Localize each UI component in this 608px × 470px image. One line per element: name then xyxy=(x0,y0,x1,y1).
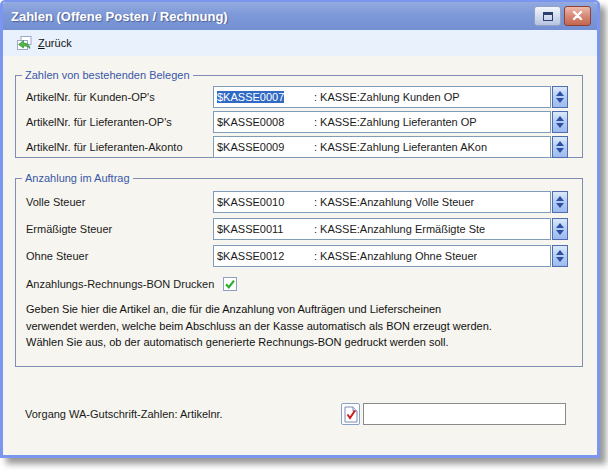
artikelnr-kunden-op-combo[interactable]: $KASSE0007 : KASSE:Zahlung Kunden OP xyxy=(213,86,568,108)
artikelnr-lieferanten-akonto-edit[interactable]: $KASSE0009 : KASSE:Zahlung Lieferanten A… xyxy=(213,136,551,158)
field-description: : KASSE:Zahlung Lieferanten AKon xyxy=(314,141,487,153)
wa-gutschrift-label: Vorgang WA-Gutschrift-Zahlen: Artikelnr. xyxy=(25,408,223,420)
spinner-down-icon[interactable] xyxy=(556,123,564,128)
field-label: Volle Steuer xyxy=(26,196,85,208)
group-title: Zahlen von bestehenden Belegen xyxy=(22,69,193,81)
group-zahlen-von-bestehenden-belegen: Zahlen von bestehenden Belegen ArtikelNr… xyxy=(15,75,583,158)
spinner-control[interactable] xyxy=(552,111,568,133)
help-line: Geben Sie hier die Artikel an, die für d… xyxy=(26,301,568,318)
spinner-control[interactable] xyxy=(552,191,568,213)
spinner-up-icon[interactable] xyxy=(556,141,564,146)
help-line: verwendet werden, welche beim Abschluss … xyxy=(26,318,568,335)
spinner-control[interactable] xyxy=(552,86,568,108)
spinner-control[interactable] xyxy=(552,136,568,158)
ohne-steuer-edit[interactable]: $KASSE0012 : KASSE:Anzahlung Ohne Steuer xyxy=(213,245,551,267)
field-description: : KASSE:Anzahlung Ohne Steuer xyxy=(314,250,477,262)
field-label: Ohne Steuer xyxy=(26,250,88,262)
help-line: Wählen Sie aus, ob der automatisch gener… xyxy=(26,334,568,351)
field-description: : KASSE:Anzahlung Volle Steuer xyxy=(314,196,474,208)
spinner-control[interactable] xyxy=(552,245,568,267)
checkbox-label: Anzahlungs-Rechnungs-BON Drucken xyxy=(26,278,214,290)
field-label: ArtikelNr. für Kunden-OP's xyxy=(26,91,155,103)
spinner-down-icon[interactable] xyxy=(556,203,564,208)
ermaessigte-steuer-edit[interactable]: $KASSE0011 : KASSE:Anzahlung Ermäßigte S… xyxy=(213,218,551,240)
spinner-up-icon[interactable] xyxy=(556,223,564,228)
field-value[interactable]: $KASSE0011 xyxy=(217,223,283,235)
close-x-icon xyxy=(572,11,583,21)
field-label: ArtikelNr. für Lieferanten-OP's xyxy=(26,116,172,128)
field-value[interactable]: $KASSE0009 xyxy=(217,141,284,153)
volle-steuer-edit[interactable]: $KASSE0010 : KASSE:Anzahlung Volle Steue… xyxy=(213,191,551,213)
checkbox-check-icon xyxy=(224,278,236,290)
spinner-down-icon[interactable] xyxy=(556,230,564,235)
form-row-lieferanten-akonto: ArtikelNr. für Lieferanten-Akonto $KASSE… xyxy=(16,136,582,158)
form-row-ermaessigte-steuer: Ermäßigte Steuer $KASSE0011 : KASSE:Anza… xyxy=(16,218,582,240)
spinner-down-icon[interactable] xyxy=(556,257,564,262)
titlebar-buttons xyxy=(534,6,591,26)
toolbar: Zurück xyxy=(3,30,597,56)
bon-drucken-row: Anzahlungs-Rechnungs-BON Drucken xyxy=(26,277,237,291)
field-value[interactable]: $KASSE0008 xyxy=(217,116,284,128)
field-value[interactable]: $KASSE0007 xyxy=(217,91,284,103)
title-bar: Zahlen (Offene Posten / Rechnung) xyxy=(3,2,597,30)
form-row-ohne-steuer: Ohne Steuer $KASSE0012 : KASSE:Anzahlung… xyxy=(16,245,582,267)
artikelnr-lieferanten-op-combo[interactable]: $KASSE0008 : KASSE:Zahlung Lieferanten O… xyxy=(213,111,568,133)
group-title: Anzahlung im Auftrag xyxy=(22,172,133,184)
form-row-lieferanten-op: ArtikelNr. für Lieferanten-OP's $KASSE00… xyxy=(16,111,582,133)
field-description: : KASSE:Zahlung Kunden OP xyxy=(314,91,460,103)
close-button[interactable] xyxy=(564,6,591,26)
spinner-up-icon[interactable] xyxy=(556,196,564,201)
artikelnr-lieferanten-akonto-combo[interactable]: $KASSE0009 : KASSE:Zahlung Lieferanten A… xyxy=(213,136,568,158)
ohne-steuer-combo[interactable]: $KASSE0012 : KASSE:Anzahlung Ohne Steuer xyxy=(213,245,568,267)
field-label: ArtikelNr. für Lieferanten-Akonto xyxy=(26,141,183,153)
form-row-volle-steuer: Volle Steuer $KASSE0010 : KASSE:Anzahlun… xyxy=(16,191,582,213)
artikelnr-lieferanten-op-edit[interactable]: $KASSE0008 : KASSE:Zahlung Lieferanten O… xyxy=(213,111,551,133)
back-label: Zurück xyxy=(38,37,72,49)
spinner-control[interactable] xyxy=(552,218,568,240)
field-value[interactable]: $KASSE0012 xyxy=(217,250,284,262)
content-area: Zahlen von bestehenden Belegen ArtikelNr… xyxy=(3,56,597,455)
bon-drucken-checkbox[interactable] xyxy=(223,277,237,291)
restore-box-icon xyxy=(543,12,553,21)
back-arrow-pages-icon xyxy=(16,35,33,51)
artikelnr-kunden-op-edit[interactable]: $KASSE0007 : KASSE:Zahlung Kunden OP xyxy=(213,86,551,108)
spinner-up-icon[interactable] xyxy=(556,91,564,96)
help-text: Geben Sie hier die Artikel an, die für d… xyxy=(26,301,568,351)
back-button[interactable]: Zurück xyxy=(16,35,72,51)
spinner-up-icon[interactable] xyxy=(556,250,564,255)
maximize-button[interactable] xyxy=(534,6,561,26)
spinner-down-icon[interactable] xyxy=(556,148,564,153)
field-description: : KASSE:Anzahlung Ermäßigte Ste xyxy=(314,223,485,235)
wa-gutschrift-select-button[interactable] xyxy=(341,403,360,425)
form-row-kunden-op: ArtikelNr. für Kunden-OP's $KASSE0007 : … xyxy=(16,86,582,108)
document-red-check-icon xyxy=(344,406,358,423)
dialog-window: Zahlen (Offene Posten / Rechnung) Zurück xyxy=(0,0,600,458)
wa-gutschrift-artikelnr-input[interactable] xyxy=(363,403,566,425)
spinner-up-icon[interactable] xyxy=(556,116,564,121)
group-anzahlung-im-auftrag: Anzahlung im Auftrag Volle Steuer $KASSE… xyxy=(15,178,583,367)
field-description: : KASSE:Zahlung Lieferanten OP xyxy=(314,116,477,128)
ermaessigte-steuer-combo[interactable]: $KASSE0011 : KASSE:Anzahlung Ermäßigte S… xyxy=(213,218,568,240)
window-title: Zahlen (Offene Posten / Rechnung) xyxy=(11,9,534,24)
field-label: Ermäßigte Steuer xyxy=(26,223,112,235)
volle-steuer-combo[interactable]: $KASSE0010 : KASSE:Anzahlung Volle Steue… xyxy=(213,191,568,213)
spinner-down-icon[interactable] xyxy=(556,98,564,103)
field-value[interactable]: $KASSE0010 xyxy=(217,196,284,208)
